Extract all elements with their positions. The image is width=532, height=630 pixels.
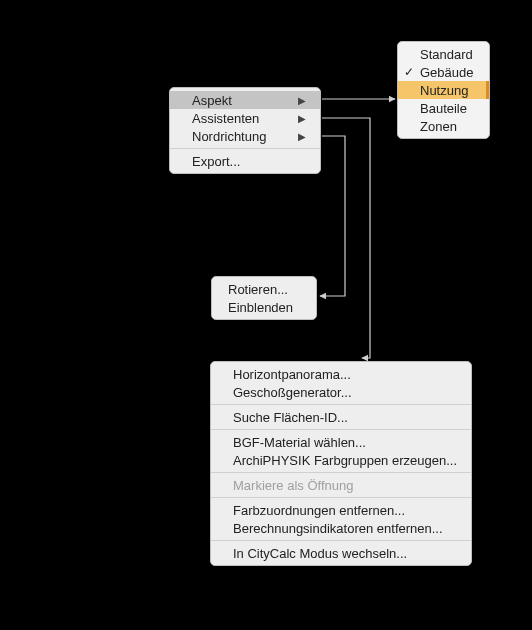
menu-item-export[interactable]: Export...: [170, 152, 320, 170]
submenu-arrow-icon: ▶: [298, 113, 306, 124]
submenu-item-standard[interactable]: Standard: [398, 45, 489, 63]
menu-item-label: Markiere als Öffnung: [233, 478, 353, 493]
menu-item-label: Assistenten: [192, 111, 259, 126]
asst-item-archiphysik[interactable]: ArchiPHYSIK Farbgruppen erzeugen...: [211, 451, 471, 469]
submenu-item-label: Einblenden: [228, 300, 293, 315]
menu-item-label: Export...: [192, 154, 240, 169]
menu-item-aspekt[interactable]: Aspekt ▶: [170, 91, 320, 109]
nordrichtung-submenu[interactable]: Rotieren... Einblenden: [211, 276, 317, 320]
menu-item-label: Farbzuordnungen entfernen...: [233, 503, 405, 518]
submenu-item-label: Standard: [420, 47, 473, 62]
submenu-item-label: Bauteile: [420, 101, 467, 116]
submenu-item-zonen[interactable]: Zonen: [398, 117, 489, 135]
menu-separator: [211, 404, 471, 405]
menu-item-label: Suche Flächen-ID...: [233, 410, 348, 425]
submenu-item-label: Rotieren...: [228, 282, 288, 297]
menu-item-nordrichtung[interactable]: Nordrichtung ▶: [170, 127, 320, 145]
submenu-item-gebaeude[interactable]: Gebäude: [398, 63, 489, 81]
menu-item-label: Aspekt: [192, 93, 232, 108]
menu-item-label: In CityCalc Modus wechseln...: [233, 546, 407, 561]
submenu-arrow-icon: ▶: [298, 95, 306, 106]
submenu-item-bauteile[interactable]: Bauteile: [398, 99, 489, 117]
asst-item-berechnungsindikatoren[interactable]: Berechnungsindikatoren entfernen...: [211, 519, 471, 537]
menu-separator: [211, 497, 471, 498]
menu-item-label: Horizontpanorama...: [233, 367, 351, 382]
asst-item-farbzuordnungen[interactable]: Farbzuordnungen entfernen...: [211, 501, 471, 519]
asst-item-bgf-material[interactable]: BGF-Material wählen...: [211, 433, 471, 451]
menu-item-label: ArchiPHYSIK Farbgruppen erzeugen...: [233, 453, 457, 468]
main-context-menu[interactable]: Aspekt ▶ Assistenten ▶ Nordrichtung ▶ Ex…: [169, 87, 321, 174]
assistenten-submenu[interactable]: Horizontpanorama... Geschoßgenerator... …: [210, 361, 472, 566]
asst-item-geschossgenerator[interactable]: Geschoßgenerator...: [211, 383, 471, 401]
menu-item-assistenten[interactable]: Assistenten ▶: [170, 109, 320, 127]
menu-item-label: Berechnungsindikatoren entfernen...: [233, 521, 443, 536]
menu-item-label: BGF-Material wählen...: [233, 435, 366, 450]
asst-item-citycalc[interactable]: In CityCalc Modus wechseln...: [211, 544, 471, 562]
menu-separator: [170, 148, 320, 149]
submenu-item-einblenden[interactable]: Einblenden: [212, 298, 316, 316]
asst-item-markiere-oeffnung: Markiere als Öffnung: [211, 476, 471, 494]
submenu-item-label: Zonen: [420, 119, 457, 134]
submenu-item-label: Gebäude: [420, 65, 474, 80]
menu-separator: [211, 540, 471, 541]
menu-separator: [211, 429, 471, 430]
menu-item-label: Geschoßgenerator...: [233, 385, 352, 400]
submenu-item-rotieren[interactable]: Rotieren...: [212, 280, 316, 298]
submenu-arrow-icon: ▶: [298, 131, 306, 142]
submenu-item-label: Nutzung: [420, 83, 468, 98]
menu-separator: [211, 472, 471, 473]
menu-item-label: Nordrichtung: [192, 129, 266, 144]
asst-item-suche-flaechen-id[interactable]: Suche Flächen-ID...: [211, 408, 471, 426]
asst-item-horizontpanorama[interactable]: Horizontpanorama...: [211, 365, 471, 383]
submenu-item-nutzung[interactable]: Nutzung: [398, 81, 489, 99]
aspekt-submenu[interactable]: Standard Gebäude Nutzung Bauteile Zonen: [397, 41, 490, 139]
